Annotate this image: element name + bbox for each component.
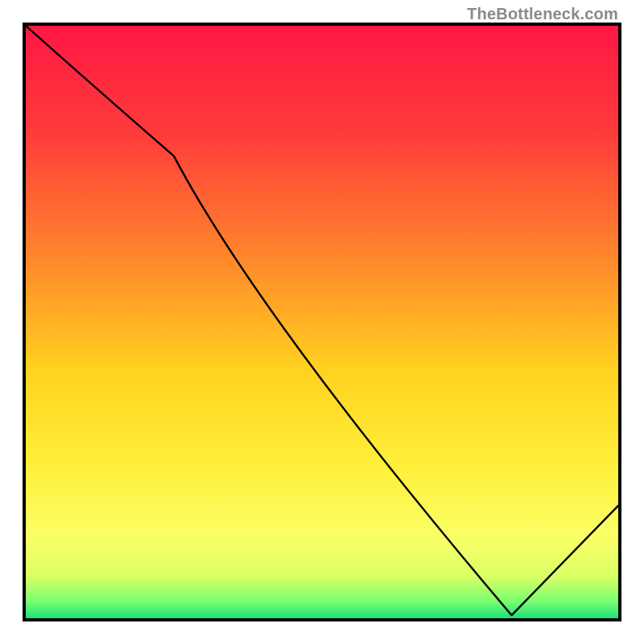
line-curve-svg [26, 26, 618, 618]
watermark-text: TheBottleneck.com [467, 5, 618, 23]
line-curve-path [26, 26, 618, 615]
chart-frame [23, 23, 621, 621]
